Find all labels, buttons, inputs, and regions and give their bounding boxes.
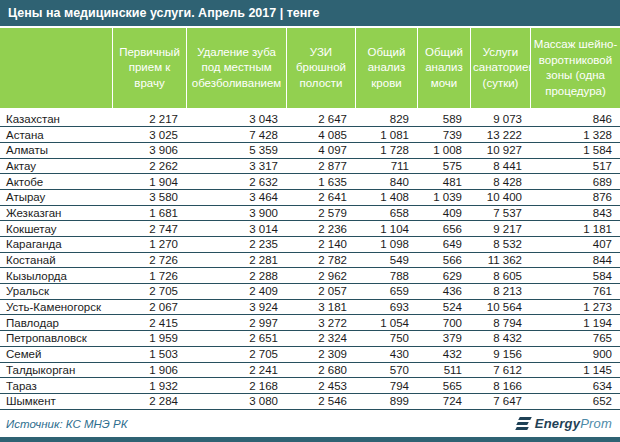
value-cell: 658 [355,205,417,221]
page-title: Цены на медицинские услуги. Апрель 2017 … [0,0,620,26]
table-row: Талдыкорган1 9062 2412 6805705117 6121 1… [0,362,620,378]
value-cell: 8 166 [470,378,530,394]
value-cell: 1 408 [355,189,417,205]
city-cell: Уральск [0,284,112,300]
value-cell: 3 464 [186,189,286,205]
value-cell: 3 080 [186,393,286,409]
value-cell: 1 503 [112,346,186,362]
value-cell: 7 647 [470,393,530,409]
value-cell: 575 [417,158,470,174]
value-cell: 3 272 [286,315,355,331]
table-row: Кызылорда1 7262 2882 9627886298 605584 [0,268,620,284]
value-cell: 1 328 [530,127,620,143]
value-cell: 10 564 [470,299,530,315]
value-cell: 2 288 [186,268,286,284]
value-cell: 7 612 [470,362,530,378]
value-cell: 481 [417,174,470,190]
value-cell: 1 194 [530,315,620,331]
value-cell: 1 959 [112,331,186,347]
value-cell: 2 057 [286,284,355,300]
value-cell: 659 [355,284,417,300]
city-cell: Астана [0,127,112,143]
value-cell: 8 605 [470,268,530,284]
value-cell: 2 641 [286,189,355,205]
city-cell: Кокшетау [0,221,112,237]
table-row: Алматы3 9065 3594 0971 7281 00810 9271 5… [0,142,620,158]
table-row: Петропавловск1 9592 6512 3247503798 4327… [0,331,620,347]
value-cell: 765 [530,331,620,347]
value-cell: 2 647 [286,111,355,127]
value-cell: 1 008 [417,142,470,158]
table-row: Кокшетау2 7473 0142 2361 1046569 2171 18… [0,221,620,237]
value-cell: 589 [417,111,470,127]
value-cell: 436 [417,284,470,300]
value-cell: 2 262 [112,158,186,174]
value-cell: 761 [530,284,620,300]
value-cell: 524 [417,299,470,315]
table-row: Казахстан2 2173 0432 6478295899 073846 [0,111,620,127]
column-header: Массаж шейно-воротниковой зоны (одна про… [530,28,620,108]
value-cell: 1 906 [112,362,186,378]
city-cell: Костанай [0,252,112,268]
value-cell: 1 273 [530,299,620,315]
bottom-bar [0,437,620,442]
value-cell: 3 580 [112,189,186,205]
value-cell: 9 073 [470,111,530,127]
value-cell: 2 877 [286,158,355,174]
city-cell: Усть-Каменогорск [0,299,112,315]
table-row: Астана3 0257 4284 0851 08173913 2221 328 [0,127,620,143]
value-cell: 1 681 [112,205,186,221]
value-cell: 3 317 [186,158,286,174]
value-cell: 1 904 [112,174,186,190]
city-cell: Кызылорда [0,268,112,284]
value-cell: 430 [355,346,417,362]
value-cell: 3 025 [112,127,186,143]
logo-text-light: Prom [580,416,612,431]
value-cell: 566 [417,252,470,268]
value-cell: 3 906 [112,142,186,158]
value-cell: 1 728 [355,142,417,158]
value-cell: 3 014 [186,221,286,237]
value-cell: 2 217 [112,111,186,127]
value-cell: 2 726 [112,252,186,268]
value-cell: 9 217 [470,221,530,237]
city-cell: Павлодар [0,315,112,331]
value-cell: 2 067 [112,299,186,315]
value-cell: 570 [355,362,417,378]
value-cell: 1 098 [355,237,417,253]
value-cell: 693 [355,299,417,315]
value-cell: 2 236 [286,221,355,237]
value-cell: 2 997 [186,315,286,331]
value-cell: 549 [355,252,417,268]
city-cell: Алматы [0,142,112,158]
value-cell: 829 [355,111,417,127]
value-cell: 2 168 [186,378,286,394]
value-cell: 407 [530,237,620,253]
table-row: Семей1 5032 7052 3094304329 156900 [0,346,620,362]
value-cell: 2 140 [286,237,355,253]
value-cell: 649 [417,237,470,253]
value-cell: 8 428 [470,174,530,190]
value-cell: 565 [417,378,470,394]
table-row: Костанай2 7262 2812 78254956611 362844 [0,252,620,268]
city-cell: Атырау [0,189,112,205]
value-cell: 2 546 [286,393,355,409]
value-cell: 1 104 [355,221,417,237]
column-header: Общий анализ крови [355,28,417,108]
value-cell: 1 145 [530,362,620,378]
column-header [0,28,112,108]
value-cell: 876 [530,189,620,205]
city-cell: Караганда [0,237,112,253]
value-cell: 900 [530,346,620,362]
table-row: Караганда1 2702 2352 1401 0986498 532407 [0,237,620,253]
table-row: Атырау3 5803 4642 6411 4081 03910 400876 [0,189,620,205]
value-cell: 517 [530,158,620,174]
value-cell: 2 782 [286,252,355,268]
value-cell: 840 [355,174,417,190]
value-cell: 1 181 [530,221,620,237]
value-cell: 689 [530,174,620,190]
value-cell: 7 537 [470,205,530,221]
value-cell: 1 054 [355,315,417,331]
value-cell: 2 680 [286,362,355,378]
footer: Источник: КС МНЭ РК EnergyProm [0,410,620,438]
